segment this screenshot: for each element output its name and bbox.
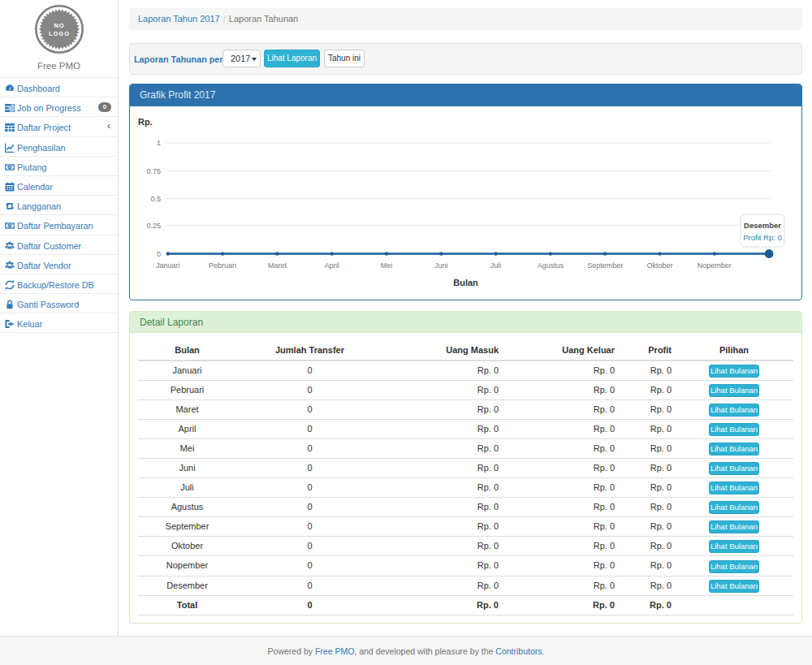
svg-text:Nopember: Nopember	[698, 261, 732, 270]
svg-text:April: April	[325, 261, 339, 270]
svg-text:1: 1	[157, 139, 161, 147]
svg-text:Profit Rp: 0: Profit Rp: 0	[743, 233, 782, 242]
svg-text:0: 0	[157, 250, 161, 258]
svg-text:0.75: 0.75	[146, 167, 161, 175]
svg-text:Pebruari: Pebruari	[209, 261, 236, 270]
svg-text:Bulan: Bulan	[453, 278, 478, 287]
svg-text:Oktober: Oktober	[646, 261, 672, 270]
svg-text:Juli: Juli	[490, 261, 502, 270]
svg-text:Juni: Juni	[434, 261, 448, 270]
svg-text:Mei: Mei	[381, 261, 393, 270]
svg-text:0.25: 0.25	[146, 222, 161, 230]
svg-text:Agustus: Agustus	[538, 261, 564, 270]
svg-text:September: September	[587, 261, 623, 270]
svg-text:LOGO: LOGO	[48, 30, 69, 37]
svg-text:NO: NO	[54, 22, 64, 29]
svg-text:0.5: 0.5	[150, 195, 161, 203]
svg-text:Rp.: Rp.	[138, 117, 153, 127]
svg-text:Januari: Januari	[156, 261, 180, 270]
svg-text:Maret: Maret	[268, 261, 287, 270]
svg-text:Desember: Desember	[744, 221, 781, 230]
